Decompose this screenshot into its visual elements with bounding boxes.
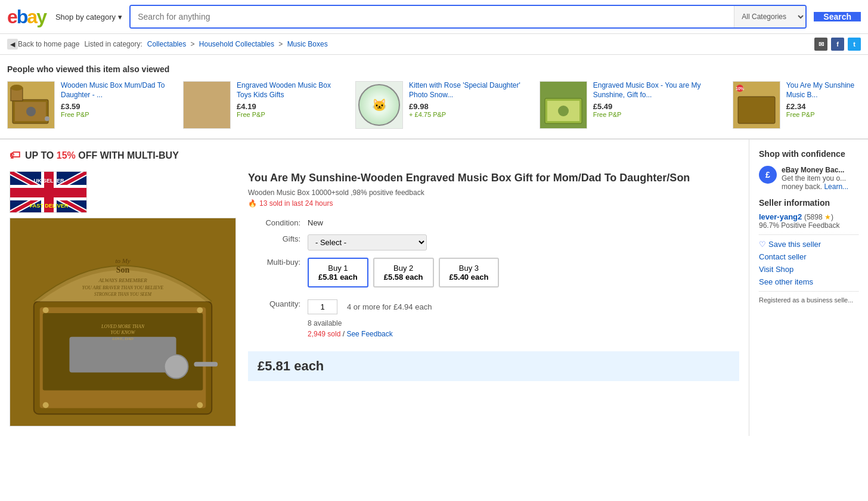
visit-shop-link[interactable]: Visit Shop — [759, 265, 858, 274]
seller-score-text: (5898 — [804, 213, 823, 221]
buy2-price: £5.58 each — [384, 273, 423, 282]
item-title[interactable]: You Are My Sunshine Music B... — [786, 81, 861, 100]
item-price: £5.49 — [593, 102, 723, 111]
condition-value: New — [308, 215, 739, 231]
product-title: You Are My Sunshine-Wooden Engraved Musi… — [248, 171, 739, 185]
uk-seller-badge: UK SELLER FAST DELIVER — [10, 171, 87, 213]
percent-off-text: 15% — [57, 150, 76, 160]
item-title[interactable]: Engraved Music Box - You are My Sunshine… — [593, 81, 723, 100]
svg-point-44 — [197, 402, 203, 408]
breadcrumb-bar: ◀ Back to home page Listed in category: … — [0, 34, 868, 55]
listed-in-text: Listed in category: — [84, 40, 142, 48]
seller-name-link[interactable]: lever-yang2 — [759, 212, 802, 221]
star-icon: ★ — [824, 213, 831, 221]
facebook-share-icon[interactable]: f — [831, 38, 844, 51]
sidebar: Shop with confidence £ eBay Money Bac...… — [749, 140, 868, 436]
search-input[interactable] — [131, 6, 734, 27]
price-box: £5.81 each — [248, 351, 739, 381]
condition-row: Condition: New — [248, 215, 739, 231]
also-viewed-title: People who viewed this item also viewed — [7, 64, 861, 74]
chevron-down-icon: ▾ — [118, 13, 122, 21]
gifts-row: Gifts: - Select - — [248, 231, 739, 254]
svg-text:UK SELLER: UK SELLER — [33, 178, 64, 184]
item-info: Wooden Music Box Mum/Dad To Daughter - .… — [61, 81, 173, 129]
svg-text:ALWAYS REMEMBER: ALWAYS REMEMBER — [98, 277, 147, 283]
svg-text:Son: Son — [116, 265, 130, 274]
multibuy-buy2-button[interactable]: Buy 2 £5.58 each — [373, 258, 434, 287]
svg-rect-37 — [194, 362, 218, 367]
learn-more-link[interactable]: Learn... — [824, 183, 848, 191]
back-home-label: Back to home page — [18, 40, 79, 48]
quantity-cell: 4 or more for £4.94 each 8 available 2,9… — [308, 296, 739, 342]
svg-point-6 — [45, 116, 49, 121]
item-thumbnail — [540, 81, 587, 129]
product-details-col: You Are My Sunshine-Wooden Engraved Musi… — [248, 171, 739, 426]
shop-by-category-button[interactable]: Shop by category ▾ — [55, 13, 122, 21]
back-home-link[interactable]: Back to home page — [18, 40, 79, 48]
sold-count: 🔥 13 sold in last 24 hours — [248, 199, 739, 208]
main-content: 🏷 UP TO 15% OFF WITH MULTI-BUY — [0, 140, 868, 436]
product-details-table: Condition: New Gifts: - Select - Multi-b… — [248, 215, 739, 342]
item-title[interactable]: Engraved Wooden Music Box Toys Kids Gift… — [237, 81, 346, 100]
list-item[interactable]: Wooden Music Box Mum/Dad To Daughter - .… — [7, 81, 173, 129]
svg-rect-14 — [738, 97, 775, 123]
email-share-icon[interactable]: ✉ — [814, 38, 827, 51]
seller-info-title: Seller information — [759, 198, 858, 208]
list-item[interactable]: 10% You Are My Sunshine Music B... £2.34… — [733, 81, 861, 129]
multibuy-banner-text: UP TO 15% OFF WITH MULTI-BUY — [25, 150, 179, 161]
fire-icon: 🔥 — [248, 199, 257, 208]
multibuy-cell: Buy 1 £5.81 each Buy 2 £5.58 each Buy 3 … — [308, 254, 739, 296]
buy3-label: Buy 3 — [450, 264, 489, 273]
seller-score: (5898 ★) — [804, 213, 833, 221]
list-item[interactable]: Engraved Music Box - You are My Sunshine… — [540, 81, 723, 129]
search-category-select[interactable]: All Categories — [734, 6, 805, 27]
item-title[interactable]: Wooden Music Box Mum/Dad To Daughter - .… — [61, 81, 173, 100]
breadcrumb-sep-2: > — [278, 40, 284, 48]
breadcrumb-household[interactable]: Household Collectables — [199, 40, 274, 48]
breadcrumb-musicboxes[interactable]: Music Boxes — [287, 40, 328, 48]
search-button[interactable]: Search — [814, 12, 861, 21]
search-bar: All Categories — [129, 5, 807, 29]
breadcrumb-sep-1: > — [191, 40, 197, 48]
multibuy-buy3-button[interactable]: Buy 3 £5.40 each — [439, 258, 500, 287]
item-title[interactable]: Kitten with Rose 'Special Daughter' Phot… — [409, 81, 530, 100]
seller-name-row: lever-yang2 (5898 ★) — [759, 212, 858, 221]
svg-point-41 — [43, 307, 49, 313]
back-arrow-icon[interactable]: ◀ — [7, 39, 18, 50]
twitter-share-icon[interactable]: t — [848, 38, 861, 51]
list-item[interactable]: 🐱 Kitten with Rose 'Special Daughter' Ph… — [355, 81, 530, 129]
also-viewed-items-row: Wooden Music Box Mum/Dad To Daughter - .… — [7, 81, 861, 129]
heart-icon: ♡ — [759, 240, 766, 249]
product-section: 🏷 UP TO 15% OFF WITH MULTI-BUY — [0, 140, 749, 436]
see-feedback-link[interactable]: See Feedback — [346, 330, 392, 338]
list-item[interactable]: Engraved Wooden Music Box Toys Kids Gift… — [183, 81, 346, 129]
item-shipping: + £4.75 P&P — [409, 111, 530, 118]
multibuy-label: Multi-buy: — [248, 254, 308, 296]
multibuy-buy1-button[interactable]: Buy 1 £5.81 each — [308, 258, 368, 287]
see-other-items-link[interactable]: See other items — [759, 277, 858, 286]
product-main-image[interactable]: to My Son ALWAYS REMEMBER YOU ARE BRAVER… — [10, 218, 236, 426]
gifts-select[interactable]: - Select - — [308, 234, 427, 250]
multibuy-banner: 🏷 UP TO 15% OFF WITH MULTI-BUY — [10, 149, 739, 162]
buy2-label: Buy 2 — [384, 264, 423, 273]
sold-link[interactable]: 2,949 sold — [308, 330, 340, 338]
quantity-controls: 4 or more for £4.94 each — [308, 299, 739, 314]
promo-thumb-svg: 10% — [733, 82, 780, 128]
svg-text:YOU ARE BRAVER THAN YOU BELIEV: YOU ARE BRAVER THAN YOU BELIEVE — [82, 285, 164, 290]
condition-label: Condition: — [248, 215, 308, 231]
product-image-col: UK SELLER FAST DELIVER — [10, 171, 236, 426]
item-price: £3.59 — [61, 102, 173, 111]
ebay-logo[interactable]: ebay — [7, 6, 46, 28]
buy1-label: Buy 1 — [318, 264, 358, 273]
item-shipping: Free P&P — [61, 111, 173, 118]
more-for-text: 4 or more for £4.94 each — [347, 302, 432, 311]
quantity-label: Quantity: — [248, 296, 308, 342]
svg-text:STRONGER THAN YOU SEEM: STRONGER THAN YOU SEEM — [94, 292, 152, 297]
item-thumbnail: 10% — [733, 81, 780, 129]
contact-seller-link[interactable]: Contact seller — [759, 252, 858, 261]
quantity-input[interactable] — [308, 299, 337, 314]
save-seller-link[interactable]: ♡ Save this seller — [759, 240, 858, 249]
breadcrumb-collectables[interactable]: Collectables — [147, 40, 186, 48]
sold-feedback: 2,949 sold / See Feedback — [308, 330, 739, 338]
buy1-price: £5.81 each — [318, 273, 358, 282]
